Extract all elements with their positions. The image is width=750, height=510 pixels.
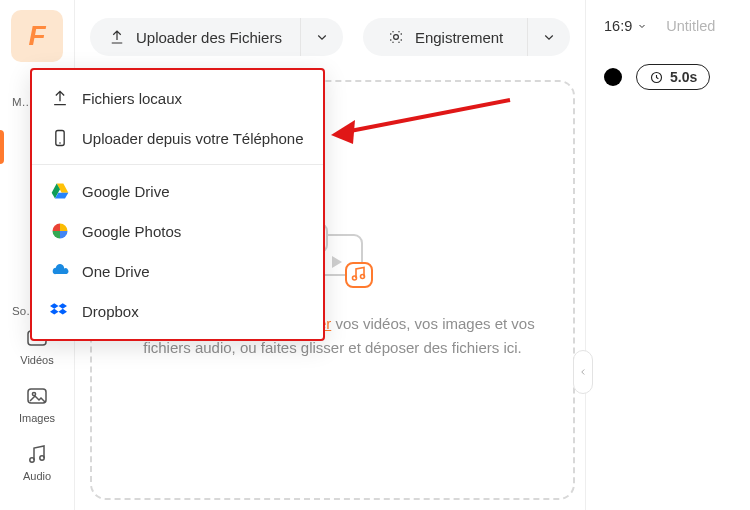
menu-label: Google Photos (82, 223, 181, 240)
svg-rect-9 (346, 263, 372, 287)
chevron-left-icon (578, 366, 588, 378)
rail-label: Images (19, 412, 55, 424)
audio-note-icon (25, 442, 49, 466)
rail-label: Audio (23, 470, 51, 482)
rail-active-indicator (0, 130, 4, 164)
record-screen-icon (387, 28, 405, 46)
menu-separator (32, 164, 323, 165)
aspect-ratio-value: 16:9 (604, 18, 632, 34)
dropbox-icon (50, 301, 70, 321)
right-panel-header: 16:9 Untitled (604, 18, 738, 34)
upload-sources-menu: Fichiers locaux Uploader depuis votre Té… (30, 68, 325, 341)
phone-icon (50, 128, 70, 148)
chevron-down-icon (636, 20, 648, 32)
menu-label: Fichiers locaux (82, 90, 182, 107)
panel-collapse-handle[interactable] (573, 350, 593, 394)
color-swatch[interactable] (604, 68, 622, 86)
toolbar: Uploader des Fichiers Engistrement (90, 18, 570, 56)
menu-item-google-photos[interactable]: Google Photos (32, 211, 323, 251)
rail-item-images[interactable]: Images (0, 384, 74, 424)
app-logo: F (11, 10, 63, 62)
menu-item-google-drive[interactable]: Google Drive (32, 171, 323, 211)
menu-label: Uploader depuis votre Téléphone (82, 130, 304, 147)
menu-item-dropbox[interactable]: Dropbox (32, 291, 323, 331)
record-label: Engistrement (415, 29, 503, 46)
menu-label: Google Drive (82, 183, 170, 200)
upload-dropdown-toggle[interactable] (301, 18, 343, 56)
chevron-down-icon (313, 28, 331, 46)
duration-chip[interactable]: 5.0s (636, 64, 710, 90)
record-dropdown-toggle[interactable] (528, 18, 570, 56)
upload-icon (108, 28, 126, 46)
menu-item-from-phone[interactable]: Uploader depuis votre Téléphone (32, 118, 323, 158)
upload-icon (50, 88, 70, 108)
right-panel: 16:9 Untitled 5.0s (585, 0, 750, 510)
image-icon (25, 384, 49, 408)
rail-item-audio[interactable]: Audio (0, 442, 74, 482)
upload-label: Uploader des Fichiers (136, 29, 282, 46)
clock-icon (649, 70, 664, 85)
menu-item-local-files[interactable]: Fichiers locaux (32, 78, 323, 118)
project-title[interactable]: Untitled (666, 18, 715, 34)
duration-value: 5.0s (670, 69, 697, 85)
menu-item-onedrive[interactable]: One Drive (32, 251, 323, 291)
svg-point-5 (394, 35, 399, 40)
upload-files-button[interactable]: Uploader des Fichiers (90, 18, 301, 56)
record-button[interactable]: Engistrement (363, 18, 528, 56)
svg-point-13 (59, 142, 61, 144)
chevron-down-icon (540, 28, 558, 46)
rail-label: Vidéos (20, 354, 53, 366)
svg-point-4 (40, 456, 44, 460)
menu-label: Dropbox (82, 303, 139, 320)
aspect-ratio-select[interactable]: 16:9 (604, 18, 648, 34)
record-button-group: Engistrement (363, 18, 570, 56)
onedrive-icon (50, 261, 70, 281)
google-drive-icon (50, 181, 70, 201)
menu-label: One Drive (82, 263, 150, 280)
upload-button-group: Uploader des Fichiers (90, 18, 343, 56)
google-photos-icon (50, 221, 70, 241)
svg-point-3 (30, 458, 34, 462)
